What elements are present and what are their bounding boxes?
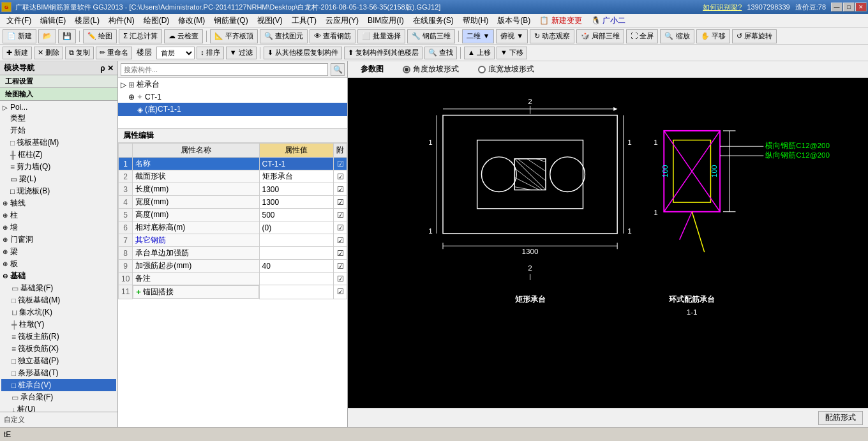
row-4[interactable]: 4 宽度(mm) 1300 ☑ xyxy=(119,196,347,209)
menu-floor[interactable]: 楼层(L) xyxy=(71,14,103,27)
tree-item-strip[interactable]: □ 条形基础(T) xyxy=(1,367,116,379)
tree-item-raftneg[interactable]: ≡ 筏板负筋(X) xyxy=(1,343,116,355)
maximize-btn[interactable]: □ xyxy=(843,3,855,11)
expand-poi[interactable]: ▷ xyxy=(3,104,10,111)
menu-version[interactable]: 版本号(B) xyxy=(493,14,534,27)
expand-axis[interactable]: ⊕ xyxy=(3,200,10,207)
row-3[interactable]: 3 长度(mm) 1300 ☑ xyxy=(119,183,347,196)
tree-item-sump[interactable]: ⊔ 集水坑(K) xyxy=(1,306,116,318)
cell-check-10[interactable]: ☑ xyxy=(334,273,347,285)
btn-layer-rename[interactable]: ✏ 重命名 xyxy=(96,47,132,59)
tree-item-beam2[interactable]: ⊕ 梁 xyxy=(1,246,116,258)
menu-draw[interactable]: 绘图(D) xyxy=(140,14,174,27)
row-10[interactable]: 10 备注 ☑ xyxy=(119,273,347,285)
btn-find[interactable]: 🔍 查找 xyxy=(424,47,457,59)
cell-val-9[interactable]: 40 xyxy=(259,260,333,273)
cell-val-8[interactable] xyxy=(259,247,333,260)
tree-item-board[interactable]: □ 现浇板(B) xyxy=(1,185,116,197)
btn-layer-copy[interactable]: ⧉ 复制 xyxy=(65,47,94,59)
btn-fullscreen[interactable]: ⛶ 全屏 xyxy=(626,29,658,43)
cell-val-7[interactable] xyxy=(259,234,333,247)
expand-ct1[interactable]: ⊕ xyxy=(128,93,135,101)
single-input-label[interactable]: 自定义 xyxy=(4,415,25,423)
menu-file[interactable]: 文件(F) xyxy=(3,14,35,27)
btn-sort[interactable]: ↕ 排序 xyxy=(197,47,224,59)
tree-item-foundation[interactable]: ⊖ 基础 xyxy=(1,270,116,282)
menu-online[interactable]: 在线服务(S) xyxy=(409,14,458,27)
cell-check-2[interactable]: ☑ xyxy=(334,170,347,183)
btn-calc[interactable]: Σ 汇总计算 xyxy=(119,29,162,43)
expand-col[interactable]: ⊕ xyxy=(3,212,10,219)
pin-icon[interactable]: ρ ✕ xyxy=(100,64,114,73)
menu-component[interactable]: 构件(N) xyxy=(105,14,138,27)
tree-item-raftmain[interactable]: ≡ 筏板主筋(R) xyxy=(1,331,116,343)
cell-val-11[interactable] xyxy=(259,285,333,299)
btn-rotate[interactable]: ↺ 屏幕旋转 xyxy=(732,29,777,43)
tree-item-col[interactable]: ⊕ 柱 xyxy=(1,209,116,221)
btn-dynamic[interactable]: ↻ 动态观察 xyxy=(530,29,574,43)
row-8[interactable]: 8 承台单边加强筋 ☑ xyxy=(119,247,347,260)
tree-item-beam[interactable]: ▭ 梁(L) xyxy=(1,173,116,185)
tree-pilecap-group[interactable]: ▷ ⊞ 桩承台 xyxy=(118,78,347,91)
btn-up[interactable]: ▲ 上移 xyxy=(464,47,495,59)
row-2[interactable]: 2 截面形状 矩形承台 ☑ xyxy=(119,170,347,183)
cell-val-4[interactable]: 1300 xyxy=(259,196,333,209)
expand-wall[interactable]: ⊕ xyxy=(3,224,10,231)
menu-bim[interactable]: BIM应用(I) xyxy=(364,14,408,27)
tree-ct1-1[interactable]: ◈ (底)CT-1-1 xyxy=(118,103,347,116)
cell-check-4[interactable]: ☑ xyxy=(334,196,347,209)
btn-cloud-check[interactable]: ☁ 云检查 xyxy=(164,29,203,43)
radio-angle-slope[interactable]: 角度放坡形式 xyxy=(403,64,459,75)
menu-tools[interactable]: 工具(T) xyxy=(288,14,320,27)
tree-item-type[interactable]: 类型 xyxy=(1,112,116,124)
menu-help[interactable]: 帮助(H) xyxy=(459,14,493,27)
menu-view[interactable]: 视图(V) xyxy=(253,14,287,27)
search-input[interactable] xyxy=(121,63,328,76)
tree-item-wall[interactable]: ⊕ 墙 xyxy=(1,221,116,234)
cell-check-6[interactable]: ☑ xyxy=(334,221,347,234)
radio-width-slope[interactable]: 底宽放坡形式 xyxy=(478,64,534,75)
cell-check-3[interactable]: ☑ xyxy=(334,183,347,196)
tree-item-capbeam[interactable]: ▭ 承台梁(F) xyxy=(1,391,116,403)
btn-draw[interactable]: ✏️ 绘图 xyxy=(83,29,117,43)
tree-item-raft[interactable]: □ 筏板基础(M) xyxy=(1,137,116,149)
minimize-btn[interactable]: — xyxy=(831,3,842,11)
cell-check-7[interactable]: ☑ xyxy=(334,234,347,247)
menu-rebar[interactable]: 钢筋量(Q) xyxy=(210,14,251,27)
menu-assistant[interactable]: 🐧 广小二 xyxy=(587,14,629,27)
cell-check-8[interactable]: ☑ xyxy=(334,247,347,260)
btn-open[interactable]: 📂 xyxy=(38,29,56,43)
tree-item-pile[interactable]: ↓ 桩(U) xyxy=(1,403,116,412)
layer-select[interactable]: 首层 xyxy=(156,47,195,59)
btn-filter[interactable]: ▼ 过滤 xyxy=(226,47,257,59)
tree-item-isolated[interactable]: □ 独立基础(P) xyxy=(1,355,116,367)
tree-item-framecol[interactable]: ╫ 框柱(Z) xyxy=(1,149,116,161)
expand-beam2[interactable]: ⊕ xyxy=(3,248,10,255)
expand-foundation[interactable]: ⊖ xyxy=(3,273,10,280)
row-7[interactable]: 7 其它钢筋 ☑ xyxy=(119,234,347,247)
cell-val-5[interactable]: 500 xyxy=(259,209,333,221)
row-9[interactable]: 9 加强筋起步(mm) 40 ☑ xyxy=(119,260,347,273)
cell-val-10[interactable] xyxy=(259,273,333,285)
section-project[interactable]: 工程设置 xyxy=(0,75,117,88)
btn-layer-delete[interactable]: ✕ 删除 xyxy=(34,47,63,59)
row-1[interactable]: 1 名称 CT-1-1 ☑ xyxy=(119,158,347,170)
menu-newchange[interactable]: 📋 新建变更 xyxy=(535,14,585,27)
btn-zoom[interactable]: 🔍 缩放 xyxy=(660,29,694,43)
expand-pilecap-group[interactable]: ▷ xyxy=(121,80,126,89)
cell-check-5[interactable]: ☑ xyxy=(334,209,347,221)
section-drawing[interactable]: 绘图输入 xyxy=(0,88,117,101)
tree-item-shearwall[interactable]: ≡ 剪力墙(Q) xyxy=(1,161,116,173)
row-11[interactable]: 11 + 锚固搭接 ☑ xyxy=(119,285,347,299)
cell-val-6[interactable]: (0) xyxy=(259,221,333,234)
menu-modify[interactable]: 修改(M) xyxy=(174,14,209,27)
cell-check-1[interactable]: ☑ xyxy=(334,158,347,170)
tree-item-board2[interactable]: ⊕ 板 xyxy=(1,258,116,270)
expand-doorwin[interactable]: ⊕ xyxy=(3,236,10,243)
btn-new[interactable]: 📄 新建 xyxy=(3,29,36,43)
btn-down[interactable]: ▼ 下移 xyxy=(497,47,527,59)
btn-flush-top[interactable]: 📐 平齐板顶 xyxy=(210,29,258,43)
btn-copy-from[interactable]: ⬇ 从其他楼层复制构件 xyxy=(264,47,342,59)
close-btn[interactable]: ✕ xyxy=(855,3,867,11)
btn-copy-to[interactable]: ⬆ 复制构件到其他楼层 xyxy=(344,47,423,59)
